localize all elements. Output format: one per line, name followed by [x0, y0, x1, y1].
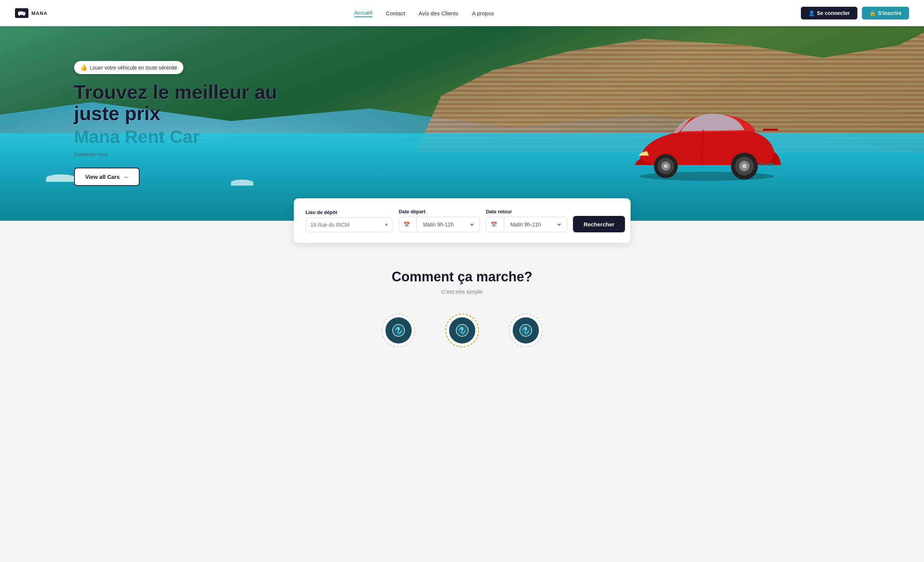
navbar: MANA Accueil Contact Avis des Clients A … [0, 0, 924, 26]
logo-text: MANA [32, 10, 48, 16]
nav-avis[interactable]: Avis des Clients [419, 10, 459, 16]
hero-title-line2: juste prix [74, 102, 160, 124]
depart-time-select[interactable]: Matin 9h-11hMidi 12h-14hAprès-midi 15h-1… [422, 221, 475, 228]
depart-label: Date départ [399, 209, 480, 214]
view-cars-label: View all Cars [86, 174, 120, 180]
view-all-cars-button[interactable]: View all Cars → [74, 168, 140, 186]
nav-links: Accueil Contact Avis des Clients A propo… [354, 9, 494, 17]
svg-point-3 [23, 14, 25, 16]
nav-contact[interactable]: Contact [386, 10, 405, 16]
hero-badge: 👍 Louer votre véhicule en toute sérénité [74, 61, 183, 74]
svg-point-12 [742, 164, 747, 168]
retour-input-wrap: 📅 Matin 9h-11hMidi 12h-14hAprès-midi 15h… [486, 217, 567, 232]
search-button[interactable]: Rechercher [573, 216, 625, 232]
register-label: S'inscrire [878, 10, 902, 16]
depot-input-wrap: ▼ [306, 217, 393, 232]
search-bar: Lieu de dépôt ▼ Date départ 📅 Matin 9h-1… [294, 198, 631, 243]
depot-input[interactable] [306, 218, 381, 232]
nav-apropos[interactable]: A propos [472, 10, 494, 16]
retour-date-part: 📅 [486, 217, 504, 232]
hero-car-image [628, 103, 786, 186]
how-step-2 [446, 313, 479, 347]
search-button-label: Rechercher [584, 221, 615, 228]
how-cards [15, 313, 909, 347]
how-title: Comment ça marche? [15, 269, 909, 285]
boat-1 [46, 174, 76, 182]
step2-icon-wrap [446, 313, 479, 347]
retour-label: Date retour [486, 209, 567, 214]
svg-point-22 [525, 328, 527, 330]
depot-chevron-icon: ▼ [381, 222, 393, 228]
hero-title-line1: Trouvez le meilleur au [74, 81, 277, 103]
login-label: Se connecter [817, 10, 850, 16]
arrow-right-icon: → [123, 174, 128, 180]
depot-field: Lieu de dépôt ▼ [306, 210, 393, 232]
how-subtitle: C'est très simple [15, 288, 909, 295]
svg-point-20 [461, 328, 463, 330]
calendar-icon: 📅 [404, 222, 410, 228]
depot-label: Lieu de dépôt [306, 210, 393, 215]
svg-point-8 [664, 164, 668, 168]
hero-subtitle: Mana Rent Car [74, 127, 277, 147]
svg-rect-14 [763, 129, 778, 130]
retour-field: Date retour 📅 Matin 9h-11hMidi 12h-14hAp… [486, 209, 567, 232]
step2-icon-inner [449, 317, 475, 343]
step2-icon-svg [456, 324, 469, 337]
logo-icon [15, 8, 28, 18]
search-bar-container: Lieu de dépôt ▼ Date départ 📅 Matin 9h-1… [0, 210, 924, 243]
svg-rect-15 [767, 163, 774, 165]
retour-time-select[interactable]: Matin 9h-11hMidi 12h-14hAprès-midi 15h-1… [508, 221, 562, 228]
calendar-icon-2: 📅 [490, 222, 497, 228]
step1-icon-svg [392, 324, 405, 337]
login-button[interactable]: 👤 Se connecter [801, 7, 857, 19]
how-section: Comment ça marche? C'est très simple [0, 243, 924, 366]
car-svg [628, 103, 786, 186]
thumbs-up-icon: 👍 [80, 64, 88, 71]
hero-badge-text: Louer votre véhicule en toute sérénité [90, 64, 177, 70]
hero-section: 👍 Louer votre véhicule en toute sérénité… [0, 26, 924, 221]
depart-field: Date départ 📅 Matin 9h-11hMidi 12h-14hAp… [399, 209, 480, 232]
register-button[interactable]: 🔒 S'inscrire [862, 7, 909, 19]
svg-point-2 [19, 14, 20, 16]
person-icon: 👤 [808, 10, 815, 16]
hero-content: 👍 Louer votre véhicule en toute sérénité… [74, 61, 277, 186]
depart-date-part: 📅 [399, 217, 417, 232]
step1-icon-wrap [382, 313, 416, 347]
depart-input-wrap: 📅 Matin 9h-11hMidi 12h-14hAprès-midi 15h… [399, 217, 480, 232]
retour-time-part[interactable]: Matin 9h-11hMidi 12h-14hAprès-midi 15h-1… [504, 217, 567, 232]
logo[interactable]: MANA [15, 8, 48, 18]
svg-point-18 [398, 328, 400, 330]
svg-rect-16 [759, 163, 765, 165]
how-step-3 [509, 313, 543, 347]
depart-time-part[interactable]: Matin 9h-11hMidi 12h-14hAprès-midi 15h-1… [417, 217, 479, 232]
step1-icon-inner [386, 317, 412, 343]
step3-icon-inner [513, 317, 539, 343]
step3-icon-svg [519, 324, 532, 337]
nav-actions: 👤 Se connecter 🔒 S'inscrire [801, 7, 909, 19]
lock-icon: 🔒 [869, 10, 876, 16]
how-step-1 [382, 313, 416, 347]
search-fields: Lieu de dépôt ▼ Date départ 📅 Matin 9h-1… [306, 209, 619, 232]
step3-icon-wrap [509, 313, 543, 347]
svg-rect-1 [19, 11, 23, 13]
hero-title: Trouvez le meilleur au juste prix [74, 82, 277, 124]
hero-desc: Contactez nous [74, 151, 277, 157]
nav-accueil[interactable]: Accueil [354, 9, 372, 17]
